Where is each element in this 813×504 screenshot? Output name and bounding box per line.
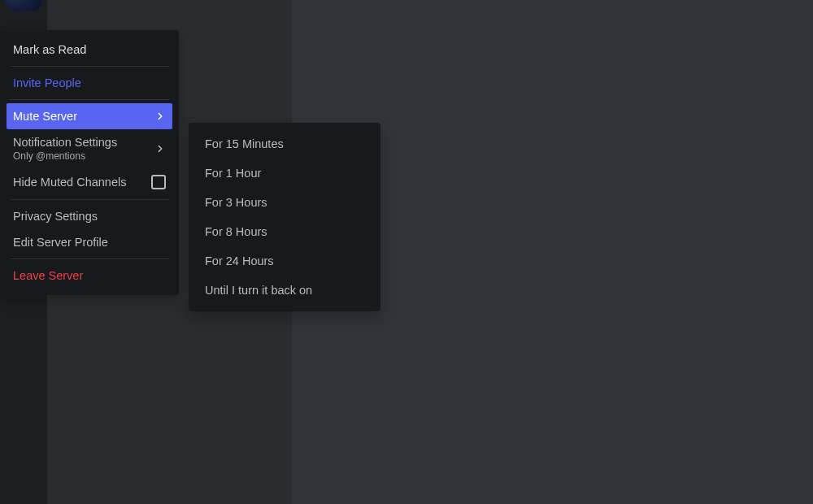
submenu-item-label: For 8 Hours xyxy=(205,225,267,238)
submenu-item-15-minutes[interactable]: For 15 Minutes xyxy=(195,129,374,159)
menu-item-label: Hide Muted Channels xyxy=(13,176,126,189)
menu-item-privacy-settings[interactable]: Privacy Settings xyxy=(7,203,172,229)
menu-item-label: Leave Server xyxy=(13,269,83,282)
chevron-right-icon xyxy=(154,111,166,122)
menu-separator xyxy=(10,259,169,259)
mute-submenu: For 15 Minutes For 1 Hour For 3 Hours Fo… xyxy=(189,123,380,311)
submenu-item-1-hour[interactable]: For 1 Hour xyxy=(195,159,374,188)
menu-item-label: Notification Settings xyxy=(13,136,117,149)
menu-item-label: Mark as Read xyxy=(13,43,86,56)
menu-item-leave-server[interactable]: Leave Server xyxy=(7,263,172,289)
menu-item-label: Privacy Settings xyxy=(13,210,98,223)
menu-item-notification-settings[interactable]: Notification Settings Only @mentions xyxy=(7,129,172,168)
submenu-item-label: For 15 Minutes xyxy=(205,137,284,150)
menu-item-label: Edit Server Profile xyxy=(13,236,108,249)
menu-item-label: Mute Server xyxy=(13,110,77,123)
submenu-item-label: For 1 Hour xyxy=(205,167,261,180)
menu-separator xyxy=(10,66,169,67)
server-context-menu: Mark as Read Invite People Mute Server N… xyxy=(0,30,179,295)
menu-item-mute-server[interactable]: Mute Server xyxy=(7,103,172,129)
menu-item-subtext: Only @mentions xyxy=(13,150,117,162)
menu-item-hide-muted-channels[interactable]: Hide Muted Channels xyxy=(7,168,172,196)
checkbox-unchecked-icon[interactable] xyxy=(151,175,166,189)
menu-item-label: Invite People xyxy=(13,76,81,89)
menu-item-edit-server-profile[interactable]: Edit Server Profile xyxy=(7,229,172,255)
submenu-item-label: For 3 Hours xyxy=(205,196,267,209)
menu-item-mark-read[interactable]: Mark as Read xyxy=(7,37,172,63)
menu-separator xyxy=(10,99,169,100)
submenu-item-3-hours[interactable]: For 3 Hours xyxy=(195,188,374,217)
chevron-right-icon xyxy=(154,143,166,154)
menu-separator xyxy=(10,199,169,200)
menu-item-invite-people[interactable]: Invite People xyxy=(7,70,172,96)
submenu-item-until-turn-back-on[interactable]: Until I turn it back on xyxy=(195,276,374,305)
submenu-item-24-hours[interactable]: For 24 Hours xyxy=(195,246,374,276)
submenu-item-8-hours[interactable]: For 8 Hours xyxy=(195,217,374,246)
submenu-item-label: For 24 Hours xyxy=(205,254,274,267)
submenu-item-label: Until I turn it back on xyxy=(205,284,312,297)
